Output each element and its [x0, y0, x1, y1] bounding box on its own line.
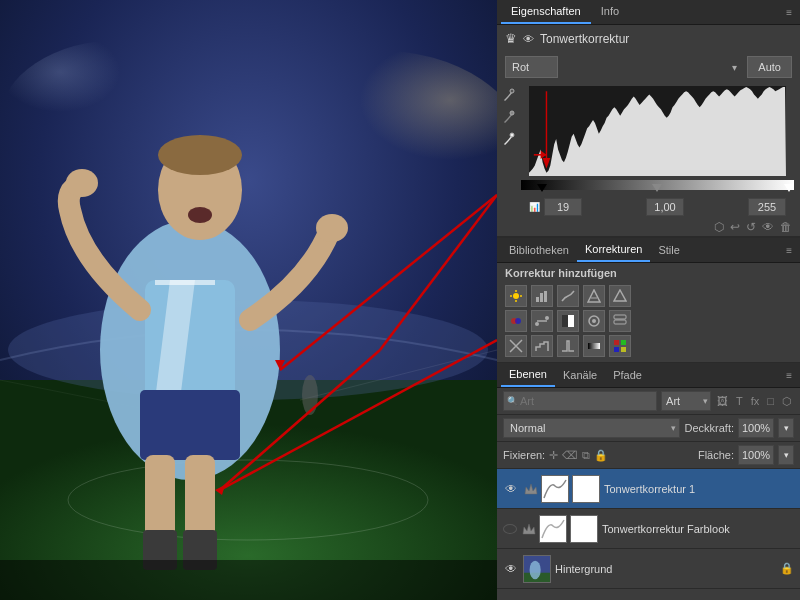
tab-pfade[interactable]: Pfade — [605, 364, 650, 386]
layer-visibility-toggle-1[interactable]: 👁 — [503, 481, 519, 497]
properties-panel: Eigenschaften Info ≡ ♛ 👁 Tonwertkorrektu… — [497, 0, 800, 237]
layer-mask-thumbnail-2 — [570, 515, 598, 543]
channel-select[interactable]: Rot Grün Blau RGB — [505, 56, 558, 78]
svg-point-33 — [510, 133, 514, 137]
tab-stile[interactable]: Stile — [650, 239, 687, 261]
layer-eye-icon[interactable]: 👁 — [523, 33, 534, 45]
photofilter-correction-icon[interactable] — [583, 310, 605, 332]
gradientmap-correction-icon[interactable] — [583, 335, 605, 357]
fix-lock-icon[interactable]: 🔒 — [594, 449, 608, 462]
fix-position-icon[interactable]: ✛ — [549, 449, 558, 462]
layer-thumb-wrap-2 — [521, 515, 598, 543]
adjustment-crown-icon-1 — [523, 481, 539, 497]
layer-visibility-toggle-2[interactable] — [503, 524, 517, 534]
layer-group-icon[interactable]: ⬡ — [780, 394, 794, 409]
reset-icon[interactable]: ↩ — [730, 220, 740, 234]
histogram-wrapper: 📊 19 1,00 255 — [521, 82, 800, 218]
tab-bibliotheken[interactable]: Bibliotheken — [501, 239, 577, 261]
layer-item-hintergrund[interactable]: 👁 Hintergrund 🔒 — [497, 549, 800, 589]
eyedropper-black-tool[interactable] — [500, 86, 518, 104]
blend-mode-select[interactable]: Normal Multiplizieren Abblenden — [503, 418, 680, 438]
histogram-chart — [529, 86, 786, 176]
black-point-input[interactable]: 19 — [544, 198, 582, 216]
middle-tabs: Bibliotheken Korrekturen Stile ≡ — [497, 238, 800, 263]
channelmixer-correction-icon[interactable] — [609, 310, 631, 332]
svg-point-32 — [510, 111, 514, 115]
layer-thumbnail-1 — [541, 475, 569, 503]
bw-correction-icon[interactable] — [557, 310, 579, 332]
auto-button[interactable]: Auto — [747, 56, 792, 78]
layer-lock-icon-3: 🔒 — [780, 562, 794, 575]
layers-collapse-btn[interactable]: ≡ — [782, 368, 796, 383]
svg-point-16 — [316, 214, 348, 242]
curves-correction-icon[interactable] — [557, 285, 579, 307]
black-point-slider[interactable] — [537, 184, 547, 192]
opacity-input[interactable]: 100% — [738, 418, 774, 438]
fix-transform-icon[interactable]: ⧉ — [582, 449, 590, 462]
layer-item-tonwertkorrektur-farblook[interactable]: Tonwertkorrektur Farblook — [497, 509, 800, 549]
layers-type-select[interactable]: Art Name — [661, 391, 711, 411]
curve-icon: 📊 — [529, 202, 540, 212]
svg-rect-54 — [562, 315, 568, 327]
layer-visibility-toggle-3[interactable]: 👁 — [503, 561, 519, 577]
layer-type-icon[interactable]: T — [734, 394, 745, 408]
tab-kanaele[interactable]: Kanäle — [555, 364, 605, 386]
svg-point-13 — [158, 135, 242, 175]
svg-point-39 — [513, 293, 519, 299]
layer-mask-thumbnail-1 — [572, 475, 600, 503]
invert-correction-icon[interactable] — [505, 335, 527, 357]
tab-eigenschaften[interactable]: Eigenschaften — [501, 0, 591, 24]
layer-mask-icon[interactable]: □ — [765, 394, 776, 408]
posterize-correction-icon[interactable] — [531, 335, 553, 357]
tab-info[interactable]: Info — [591, 0, 629, 24]
search-icon: 🔍 — [507, 396, 518, 406]
levels-correction-icon[interactable] — [531, 285, 553, 307]
svg-rect-22 — [0, 560, 497, 600]
midpoint-input[interactable]: 1,00 — [646, 198, 684, 216]
layer-item-tonwertkorrektur1[interactable]: 👁 Tonwer — [497, 469, 800, 509]
svg-point-31 — [510, 89, 514, 93]
fill-input[interactable]: 100% — [738, 445, 774, 465]
blend-mode-row: Normal Multiplizieren Abblenden Deckkraf… — [497, 415, 800, 442]
selectivecolor-correction-icon[interactable] — [609, 335, 631, 357]
eye-toggle-icon[interactable]: 👁 — [762, 220, 774, 234]
brightness-correction-icon[interactable] — [505, 285, 527, 307]
clip-icon[interactable]: ⬡ — [714, 220, 724, 234]
svg-rect-44 — [536, 297, 539, 302]
colorbalance-correction-icon[interactable] — [531, 310, 553, 332]
fix-pixels-icon[interactable]: ⌫ — [562, 449, 578, 462]
gradient-slider[interactable] — [521, 180, 794, 190]
white-point-slider[interactable] — [784, 184, 794, 192]
white-point-input[interactable]: 255 — [748, 198, 786, 216]
gray-point-slider[interactable] — [652, 184, 662, 192]
exposure-correction-icon[interactable] — [583, 285, 605, 307]
middle-panel: Bibliotheken Korrekturen Stile ≡ Korrekt… — [497, 237, 800, 363]
eyedropper-gray-tool[interactable] — [500, 108, 518, 126]
middle-collapse-btn[interactable]: ≡ — [782, 243, 796, 258]
svg-point-53 — [545, 316, 549, 320]
threshold-correction-icon[interactable] — [557, 335, 579, 357]
hsl-correction-icon[interactable] — [505, 310, 527, 332]
histogram-area — [529, 86, 786, 176]
tab-korrekturen[interactable]: Korrekturen — [577, 238, 650, 262]
vibrance-correction-icon[interactable] — [609, 285, 631, 307]
layers-search-input[interactable] — [503, 391, 657, 411]
layer-effect-icon[interactable]: fx — [749, 394, 762, 408]
svg-marker-48 — [614, 290, 626, 301]
correction-icons-row2 — [505, 310, 792, 332]
panel-collapse-btn[interactable]: ≡ — [782, 5, 796, 20]
eyedropper-white-tool[interactable] — [500, 130, 518, 148]
right-panel: Eigenschaften Info ≡ ♛ 👁 Tonwertkorrektu… — [497, 0, 800, 600]
fill-dropdown-btn[interactable]: ▾ — [778, 445, 794, 465]
layers-tabs: Ebenen Kanäle Pfade ≡ — [497, 363, 800, 388]
tab-ebenen[interactable]: Ebenen — [501, 363, 555, 387]
adjustment-crown-icon-2 — [521, 521, 537, 537]
reset2-icon[interactable]: ↺ — [746, 220, 756, 234]
correction-icons-row1 — [505, 285, 792, 307]
image-canvas[interactable] — [0, 0, 497, 600]
svg-rect-64 — [621, 347, 626, 352]
opacity-dropdown-btn[interactable]: ▾ — [778, 418, 794, 438]
tone-header: ♛ 👁 Tonwertkorrektur — [497, 25, 800, 52]
layer-add-icon[interactable]: 🖼 — [715, 394, 730, 408]
delete-icon[interactable]: 🗑 — [780, 220, 792, 234]
